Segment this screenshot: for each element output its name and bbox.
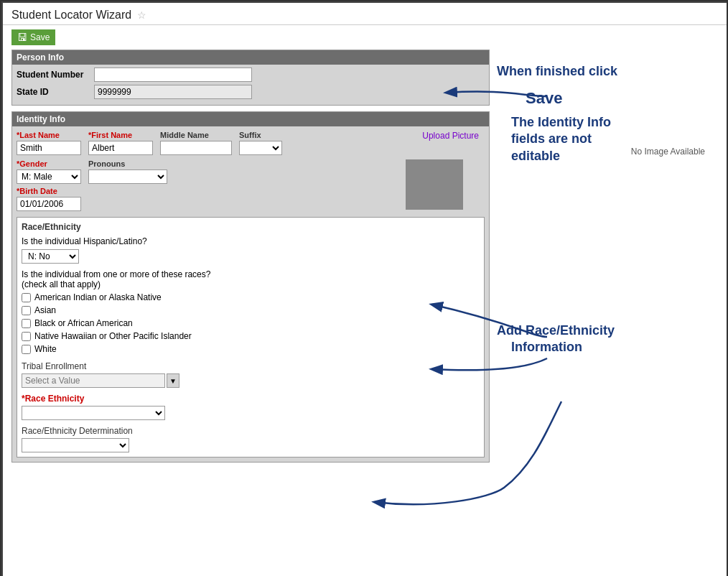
gender-row: *Gender M: Male F: Female Pronouns [17, 159, 485, 214]
state-id-label: State ID [17, 87, 88, 97]
checkbox-asian-input[interactable] [22, 306, 31, 315]
race-eth-label: *Race Ethnicity [22, 394, 480, 404]
race-det-wrap: Race/Ethnicity Determination [22, 426, 480, 452]
checkbox-black-input[interactable] [22, 319, 31, 328]
annotation-when-finished: When finished click [497, 64, 617, 80]
last-name-label: *Last Name [17, 131, 81, 139]
state-id-input [94, 85, 252, 99]
student-number-input[interactable] [94, 68, 252, 82]
suffix-field: Suffix [239, 131, 282, 155]
last-name-field: *Last Name [17, 131, 81, 155]
birthdate-input[interactable] [17, 197, 81, 211]
checkbox-nhpi: Native Hawaiian or Other Pacific Islande… [22, 331, 480, 341]
annotation-identity-info: The Identity Infofields are noteditable [511, 114, 611, 164]
first-name-input[interactable] [88, 141, 153, 155]
races-question: Is the individual from one or more of th… [22, 269, 480, 289]
pronouns-label: Pronouns [88, 159, 167, 168]
tribal-label: Tribal Enrollment [22, 361, 480, 371]
tribal-input[interactable] [22, 373, 165, 388]
identity-info-header: Identity Info [12, 112, 489, 126]
middle-name-input[interactable] [160, 141, 232, 155]
race-eth-wrap: *Race Ethnicity [22, 394, 480, 426]
tribal-select-wrap: ▼ [22, 373, 480, 388]
tribal-section: Tribal Enrollment ▼ [22, 361, 480, 388]
checkbox-nhpi-label: Native Hawaiian or Other Pacific Islande… [34, 331, 192, 341]
person-info-section: Person Info Student Number State ID [11, 50, 490, 106]
race-eth-select[interactable] [22, 406, 165, 420]
gender-field: *Gender M: Male F: Female [17, 159, 81, 184]
checkbox-aian-input[interactable] [22, 293, 31, 302]
photo-area [398, 159, 485, 214]
first-name-label: *First Name [88, 131, 153, 139]
checkbox-aian-label: American Indian or Alaska Native [34, 292, 162, 302]
person-info-header: Person Info [12, 50, 489, 65]
save-button[interactable]: 🖫 Save [11, 29, 55, 45]
suffix-select[interactable] [239, 141, 282, 155]
favorite-icon[interactable]: ☆ [137, 9, 146, 21]
gender-pronouns-row: *Gender M: Male F: Female Pronouns [17, 159, 391, 184]
suffix-label: Suffix [239, 131, 282, 139]
checkbox-asian: Asian [22, 305, 480, 315]
checkbox-nhpi-input[interactable] [22, 332, 31, 341]
gender-label: *Gender [17, 159, 81, 168]
race-ethnicity-section: Race/Ethnicity Is the individual Hispani… [17, 217, 485, 457]
state-id-row: State ID [17, 85, 485, 99]
pronouns-select[interactable] [88, 169, 167, 184]
no-image-label: No Image Available [631, 147, 705, 157]
checkbox-white-label: White [34, 344, 57, 354]
student-number-label: Student Number [17, 70, 88, 80]
annotation-save: Save [526, 89, 562, 108]
left-panel: Person Info Student Number State ID Iden… [11, 50, 490, 463]
student-number-row: Student Number [17, 68, 485, 82]
hispanic-question: Is the individual Hispanic/Latino? [22, 236, 480, 246]
middle-name-field: Middle Name [160, 131, 232, 155]
pronouns-field: Pronouns [88, 159, 167, 184]
toolbar: 🖫 Save [3, 25, 728, 50]
save-icon: 🖫 [17, 32, 27, 43]
checkbox-white-input[interactable] [22, 345, 31, 354]
upload-picture-link[interactable]: Upload Picture [422, 131, 479, 141]
checkbox-white: White [22, 344, 480, 354]
race-ethnicity-header: Race/Ethnicity [22, 222, 480, 232]
checkbox-black: Black or African American [22, 318, 480, 328]
race-det-select[interactable] [22, 438, 129, 452]
checkbox-aian: American Indian or Alaska Native [22, 292, 480, 302]
photo-placeholder [406, 159, 463, 210]
first-name-field: *First Name [88, 131, 153, 155]
page-header: Student Locator Wizard ☆ [3, 3, 728, 25]
right-panel: No Image Available When finished click S… [490, 50, 719, 463]
gender-pronouns-col: *Gender M: Male F: Female Pronouns [17, 159, 391, 214]
checkbox-asian-label: Asian [34, 305, 56, 315]
name-row: *Last Name *First Name Middle Name [17, 131, 485, 155]
identity-info-section: Identity Info *Last Name *First Name [11, 111, 490, 463]
page-title: Student Locator Wizard [11, 9, 131, 22]
annotation-add-race: Add Race/EthnicityInformation [497, 322, 615, 356]
hispanic-select[interactable]: N: No Y: Yes [22, 249, 79, 264]
checkbox-black-label: Black or African American [34, 318, 133, 328]
main-content: Person Info Student Number State ID Iden… [3, 50, 728, 471]
tribal-dropdown-btn[interactable]: ▼ [167, 373, 179, 388]
person-info-body: Student Number State ID [12, 65, 489, 105]
gender-select[interactable]: M: Male F: Female [17, 169, 81, 184]
race-det-label: Race/Ethnicity Determination [22, 426, 480, 436]
birthdate-field: *Birth Date [17, 187, 391, 211]
last-name-input[interactable] [17, 141, 81, 155]
save-button-label: Save [30, 32, 50, 42]
birthdate-label: *Birth Date [17, 187, 391, 195]
middle-name-label: Middle Name [160, 131, 232, 139]
identity-info-body: *Last Name *First Name Middle Name [12, 126, 489, 462]
